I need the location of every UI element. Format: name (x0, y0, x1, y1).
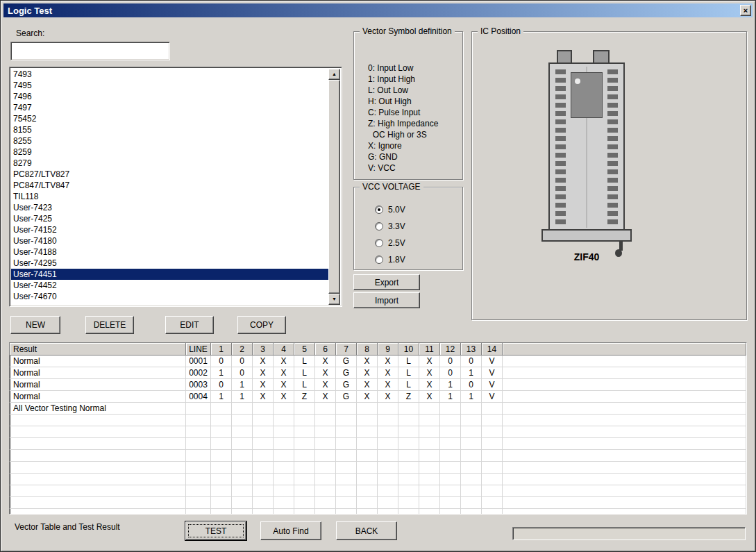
list-item[interactable]: User-74180 (11, 235, 328, 246)
line-cell: 0003 (186, 379, 211, 391)
socket-tab-left (557, 50, 572, 64)
vector-cell (253, 485, 274, 497)
column-header[interactable]: 9 (378, 343, 398, 356)
copy-button[interactable]: COPY (237, 316, 286, 334)
summary-row[interactable]: All Vector Testing Normal (10, 403, 746, 415)
close-button[interactable]: × (740, 5, 751, 16)
list-item[interactable]: 8255 (11, 135, 328, 147)
list-item[interactable]: 7493 (11, 69, 328, 80)
list-item[interactable]: TIL118 (11, 191, 328, 202)
column-header[interactable]: 5 (294, 343, 315, 356)
test-button[interactable]: TEST (185, 521, 246, 540)
column-header[interactable]: 6 (315, 343, 336, 356)
column-header[interactable]: Result (10, 343, 186, 356)
auto-find-button[interactable]: Auto Find (260, 521, 321, 540)
table-row[interactable]: Normal000411XXZXGXXZX11V (10, 391, 746, 403)
vector-cell (336, 415, 357, 426)
vcc-option-5-0v[interactable]: 5.0V (375, 201, 405, 218)
zif-socket (548, 62, 625, 232)
vector-cell: X (253, 356, 274, 367)
scrollbar-thumb[interactable] (328, 80, 340, 294)
list-item[interactable]: User-7425 (11, 213, 328, 224)
column-header[interactable]: 2 (232, 343, 253, 356)
vector-symbol-lines: 0: Input Low1: Input HighL: Out LowH: Ou… (368, 62, 438, 174)
vector-symbol-group-title: Vector Symbol definition (360, 26, 455, 36)
filler-cell (503, 391, 746, 403)
list-item[interactable]: User-74452 (11, 280, 328, 291)
list-scrollbar[interactable]: ▲ ▼ (328, 69, 340, 305)
export-button[interactable]: Export (353, 274, 420, 290)
line-cell: 0002 (186, 367, 211, 379)
import-button[interactable]: Import (353, 292, 420, 308)
list-item[interactable]: 75452 (11, 113, 328, 124)
empty-row (10, 474, 746, 485)
column-header[interactable]: 10 (398, 343, 419, 356)
back-button[interactable]: BACK (336, 521, 397, 540)
vector-cell (315, 485, 336, 497)
result-cell: All Vector Testing Normal (10, 403, 186, 415)
list-item[interactable]: User-74451 (11, 269, 328, 280)
filler-cell (503, 426, 746, 438)
vcc-voltage-group: VCC VOLTAGE 5.0V3.3V2.5V1.8V (353, 187, 463, 270)
column-header[interactable]: LINE (186, 343, 211, 356)
list-item[interactable]: PC847/LTV847 (11, 180, 328, 191)
list-item[interactable]: 8259 (11, 147, 328, 158)
column-header[interactable]: 11 (419, 343, 440, 356)
list-item[interactable]: 7495 (11, 80, 328, 91)
vector-cell (211, 474, 232, 485)
vector-cell (419, 415, 440, 426)
vcc-option-2-5v[interactable]: 2.5V (375, 235, 405, 251)
list-item[interactable]: User-74295 (11, 258, 328, 269)
table-row[interactable]: Normal000100XXLXGXXLX00V (10, 356, 746, 367)
vcc-option-label: 3.3V (388, 221, 405, 231)
scroll-up-button[interactable]: ▲ (328, 69, 340, 80)
vector-cell (211, 415, 232, 426)
list-item[interactable]: 7497 (11, 102, 328, 113)
column-header[interactable]: 1 (211, 343, 232, 356)
empty-row (10, 462, 746, 474)
column-header[interactable]: 4 (274, 343, 294, 356)
filler-cell (503, 356, 746, 367)
column-header[interactable]: 12 (440, 343, 461, 356)
list-item[interactable]: User-7423 (11, 202, 328, 213)
search-label: Search: (16, 28, 44, 38)
symbol-line: 0: Input Low (368, 62, 438, 74)
vector-cell (211, 462, 232, 474)
list-item[interactable]: 8279 (11, 158, 328, 169)
vector-cell (398, 438, 419, 450)
list-item[interactable]: 7496 (11, 91, 328, 102)
scrollbar-track[interactable] (328, 80, 340, 294)
list-item[interactable]: PC827/LTV827 (11, 169, 328, 180)
new-button[interactable]: NEW (10, 316, 60, 334)
column-header[interactable]: 7 (336, 343, 357, 356)
column-header[interactable]: 8 (357, 343, 378, 356)
scroll-down-button[interactable]: ▼ (328, 294, 340, 305)
titlebar[interactable]: Logic Test × (3, 3, 753, 17)
vector-cell (336, 450, 357, 462)
vcc-option-3-3v[interactable]: 3.3V (375, 218, 405, 235)
column-header[interactable]: 14 (482, 343, 503, 356)
vector-cell (398, 450, 419, 462)
column-header[interactable]: 3 (253, 343, 274, 356)
vector-cell: X (274, 356, 294, 367)
filler-cell (503, 450, 746, 462)
vector-cell (336, 403, 357, 415)
list-item[interactable]: User-74188 (11, 246, 328, 258)
vector-cell: X (378, 356, 398, 367)
table-row[interactable]: Normal000301XXLXGXXLX10V (10, 379, 746, 391)
delete-button[interactable]: DELETE (85, 316, 134, 334)
vector-cell (419, 497, 440, 509)
vector-cell (378, 462, 398, 474)
list-item[interactable]: User-74670 (11, 291, 328, 302)
list-item[interactable]: User-74152 (11, 224, 328, 235)
edit-button[interactable]: EDIT (165, 316, 214, 334)
table-row[interactable]: Normal000210XXLXGXXLX01V (10, 367, 746, 379)
vector-cell: 0 (440, 367, 461, 379)
ic-chip (571, 72, 603, 118)
list-item[interactable]: 8155 (11, 124, 328, 135)
vector-cell (315, 462, 336, 474)
column-header[interactable]: 13 (461, 343, 482, 356)
vcc-option-1-8v[interactable]: 1.8V (375, 251, 405, 268)
vector-cell (357, 450, 378, 462)
search-input[interactable] (10, 42, 170, 60)
